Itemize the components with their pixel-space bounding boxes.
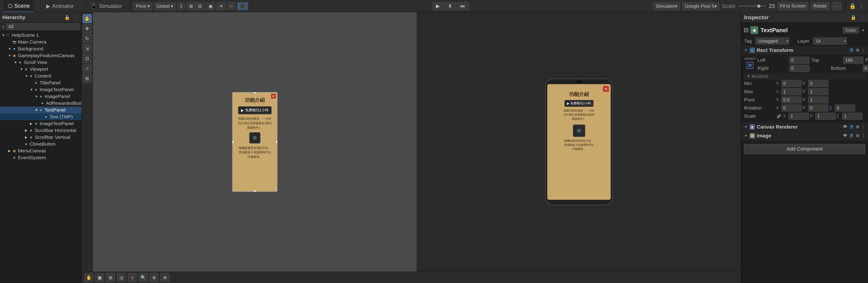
simulator-dropdown[interactable]: Simulator▾ (653, 2, 680, 10)
add-component-button[interactable]: Add Component (744, 144, 865, 154)
scale-y-field[interactable] (815, 113, 836, 120)
tree-item-scrollview[interactable]: ▼ ■ Scroll View (0, 59, 81, 66)
hierarchy-search-input[interactable] (6, 23, 80, 30)
grid2-btn[interactable]: ⊟ (196, 2, 204, 10)
handle-br[interactable] (276, 190, 277, 192)
max-y-field[interactable] (808, 88, 828, 95)
bottom-cursor-tool[interactable]: ⊹ (128, 273, 137, 282)
stretch-box[interactable] (747, 62, 753, 69)
tree-item-closebutton[interactable]: ■ CloseButton (0, 141, 81, 147)
anchors-section[interactable]: ▼ Anchors (744, 73, 865, 80)
scale-num-button[interactable]: 1 (178, 2, 185, 9)
hierarchy-more-btn[interactable]: ⋮ (73, 14, 79, 21)
tree-item-imagepanel[interactable]: ▼ ■ ImagePanel (0, 93, 81, 100)
grid-btn[interactable]: ⊞ (187, 2, 195, 10)
tree-item-menucanvas[interactable]: ▶ ▣ MenuCanvas (0, 147, 81, 154)
bottom-select-tool[interactable]: ▣ (95, 273, 104, 282)
image-more-icon[interactable]: ⋮ (861, 133, 865, 138)
tree-item-helpscene[interactable]: ▼ ⬡ HelpScene 1 (0, 32, 81, 38)
tab-scene[interactable]: ⬡ Scene (4, 0, 34, 12)
scale-tool[interactable]: ⇲ (83, 44, 92, 53)
rotate-tool[interactable]: ↻ (83, 34, 92, 43)
hand-tool[interactable]: ✋ (83, 14, 92, 23)
image-eye-icon[interactable]: 👁 (843, 133, 847, 138)
pivot-button[interactable]: Pivot ▾ (134, 2, 152, 10)
tree-item-maincamera[interactable]: 📷 Main Camera (0, 38, 81, 45)
tab-simulator[interactable]: 📱 Simulator (86, 0, 126, 12)
gameobj-name[interactable]: TextPanel (761, 27, 788, 34)
tree-item-gameplayfeatures[interactable]: ▼ ▣ GameplayFeaturesCanvas (0, 52, 81, 59)
custom-tool[interactable]: ⊞ (83, 74, 92, 83)
min-x-field[interactable] (781, 80, 802, 87)
scale-z-field[interactable] (842, 113, 862, 120)
fit-to-screen-button[interactable]: Fit to Screen (778, 2, 808, 10)
transform-tool[interactable]: ⤢ (83, 64, 92, 73)
canvas-info-icon[interactable]: ? (849, 124, 854, 130)
tree-item-textpanel[interactable]: ▼ ■ TextPanel (0, 107, 81, 113)
canvas-settings-icon[interactable]: ⚙ (856, 124, 859, 130)
min-y-field[interactable] (808, 80, 828, 87)
tree-item-text-tmp[interactable]: ■ Text (TMP) (0, 113, 81, 120)
tree-item-imagetextpanel2[interactable]: ▶ ■ ImageTextPanel (0, 120, 81, 127)
handle-mr[interactable] (276, 141, 277, 143)
sim-watch-btn[interactable]: ▶ 免費暢玩1小時 (564, 100, 594, 107)
rect-tool[interactable]: ⊡ (83, 54, 92, 63)
rotate-button[interactable]: Rotate (811, 2, 829, 10)
image-settings-icon[interactable]: ⚙ (856, 133, 859, 138)
more-btn[interactable]: ⋯ (832, 2, 841, 10)
pivot-x-field[interactable] (781, 96, 802, 104)
rect-info-icon[interactable]: ? (849, 48, 854, 53)
image-info-icon[interactable]: ? (849, 133, 854, 138)
handle-ml[interactable] (232, 141, 234, 143)
sphere-btn[interactable]: ◉ (206, 2, 215, 10)
tree-item-background[interactable]: ▼ ■ Background (0, 45, 81, 52)
bottom-zoom-tool[interactable]: 🔍 (138, 273, 148, 282)
scale-lock-btn[interactable]: 🔗 (776, 114, 782, 118)
left-field[interactable] (789, 57, 810, 64)
canvas-renderer-header[interactable]: ▼ ▣ Canvas Renderer 👁 ? ⚙ ⋮ (741, 123, 868, 131)
rect-settings-icon[interactable]: ⚙ (856, 48, 859, 53)
tree-item-titlepanel[interactable]: ■ TitlePanel (0, 79, 81, 86)
pivot-y-field[interactable] (808, 96, 828, 104)
rect-more-icon[interactable]: ⋮ (861, 48, 865, 53)
rot-x-field[interactable] (781, 105, 802, 112)
bottom-fx-tool[interactable]: ⊗ (160, 273, 169, 282)
move-tool[interactable]: ✥ (83, 24, 92, 33)
rot-y-field[interactable] (808, 105, 828, 112)
scene-watch-btn[interactable]: ▶ 免費暢玩1小時 (238, 106, 272, 114)
handle-bm[interactable] (253, 190, 256, 192)
inspector-lock-btn[interactable]: 🔒 (850, 14, 857, 21)
hierarchy-lock-btn[interactable]: 🔒 (63, 14, 71, 21)
bottom-hand-tool[interactable]: ✋ (84, 273, 93, 282)
global-button[interactable]: Global ▾ (154, 2, 175, 10)
bottom-sphere-tool[interactable]: ◎ (117, 273, 126, 282)
tree-item-adrewardedbutton[interactable]: ■ AdRewardedButton (0, 100, 81, 107)
tree-item-scrollbar-h[interactable]: ▶ ■ Scrollbar Horizontal (0, 127, 81, 134)
device-dropdown[interactable]: Google Pixel 5▾ (682, 2, 719, 10)
mobile-close-btn[interactable]: ✕ (603, 86, 609, 92)
inspector-more-options-btn[interactable]: ⋮ (859, 14, 865, 21)
gameobj-enabled-checkbox[interactable] (744, 28, 748, 32)
play-button[interactable]: ▶ (433, 2, 443, 10)
static-dropdown-btn[interactable]: ▾ (861, 27, 865, 33)
pause-button[interactable]: ⏸ (444, 2, 456, 10)
sun-btn[interactable]: ☀ (217, 2, 226, 10)
tab-animator[interactable]: ▶ Animator (42, 0, 78, 12)
image-component-header[interactable]: ▼ 🖼 Image 👁 ? ⚙ ⋮ (741, 132, 868, 140)
scale-slider-thumb[interactable] (757, 4, 761, 8)
canvas-eye-icon[interactable]: 👁 (843, 124, 847, 130)
tree-item-imagetextpanel[interactable]: ▼ ■ ImageTextPanel (0, 86, 81, 93)
handle-tl[interactable] (232, 92, 234, 94)
layer-dropdown[interactable]: UI (813, 37, 847, 45)
handle-bl[interactable] (232, 190, 234, 192)
rect-transform-header[interactable]: ▼ ⊡ Rect Transform ? ⚙ ⋮ (741, 46, 868, 55)
scale-x-field[interactable] (788, 113, 809, 120)
bottom-add-tool[interactable]: ⊕ (150, 273, 159, 282)
canvas-more-icon[interactable]: ⋮ (861, 124, 865, 130)
rot-z-field[interactable] (835, 105, 855, 112)
top-field[interactable] (843, 57, 864, 64)
tree-item-scrollbar-v[interactable]: ▶ ■ Scrollbar Vertical (0, 134, 81, 141)
handle-tr[interactable] (276, 92, 277, 94)
tag-dropdown[interactable]: Untagged (755, 37, 789, 45)
max-x-field[interactable] (781, 88, 802, 95)
